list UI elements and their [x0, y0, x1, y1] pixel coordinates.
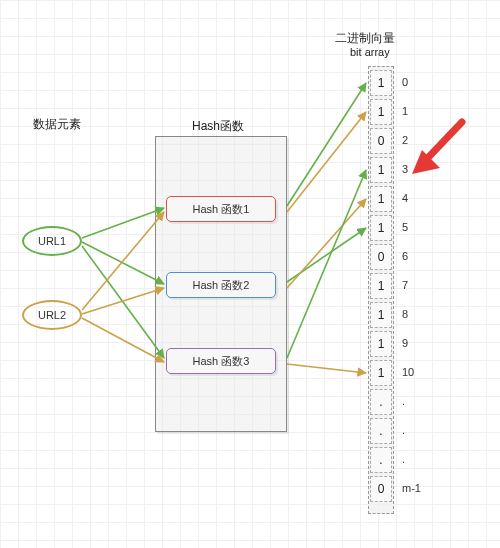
- bit-cell-10: 1: [370, 360, 392, 386]
- bit-index-8: 8: [402, 308, 408, 320]
- hash-fn-3: Hash 函数3: [166, 348, 276, 374]
- bit-cell-4: 1: [370, 186, 392, 212]
- bit-index-5: 5: [402, 221, 408, 233]
- title-bit-array-en: bit array: [350, 46, 390, 58]
- bit-index-4: 4: [402, 192, 408, 204]
- bit-index-9: 9: [402, 337, 408, 349]
- bit-index-6: 6: [402, 250, 408, 262]
- bit-cell-5: 1: [370, 215, 392, 241]
- bit-index-7: 7: [402, 279, 408, 291]
- input-url1-label: URL1: [38, 235, 66, 247]
- bit-index-0: 0: [402, 76, 408, 88]
- bit-cell-1: 1: [370, 99, 392, 125]
- bit-cell-0: 1: [370, 70, 392, 96]
- hash-fn-1: Hash 函数1: [166, 196, 276, 222]
- bit-index-3: 3: [402, 163, 408, 175]
- input-url2: URL2: [22, 300, 82, 330]
- bit-cell-9: 1: [370, 331, 392, 357]
- bit-index-12: .: [402, 424, 405, 436]
- title-bit-array-cn: 二进制向量: [335, 30, 395, 47]
- title-data-elements: 数据元素: [33, 116, 81, 133]
- bit-cell-13: .: [370, 447, 392, 473]
- bit-cell-12: .: [370, 418, 392, 444]
- title-hash-functions: Hash函数: [192, 118, 244, 135]
- bit-index-2: 2: [402, 134, 408, 146]
- input-url2-label: URL2: [38, 309, 66, 321]
- bit-cell-8: 1: [370, 302, 392, 328]
- bit-cell-11: .: [370, 389, 392, 415]
- hash-fn-1-label: Hash 函数1: [193, 202, 250, 217]
- bit-index-14: m-1: [402, 482, 421, 494]
- hash-fn-3-label: Hash 函数3: [193, 354, 250, 369]
- bit-index-1: 1: [402, 105, 408, 117]
- bit-cell-7: 1: [370, 273, 392, 299]
- bit-index-13: .: [402, 453, 405, 465]
- input-url1: URL1: [22, 226, 82, 256]
- bit-cell-14: 0: [370, 476, 392, 502]
- hash-fn-2-label: Hash 函数2: [193, 278, 250, 293]
- bit-index-11: .: [402, 395, 405, 407]
- bit-index-10: 10: [402, 366, 414, 378]
- bit-cell-6: 0: [370, 244, 392, 270]
- hash-fn-2: Hash 函数2: [166, 272, 276, 298]
- bit-cell-3: 1: [370, 157, 392, 183]
- bit-cell-2: 0: [370, 128, 392, 154]
